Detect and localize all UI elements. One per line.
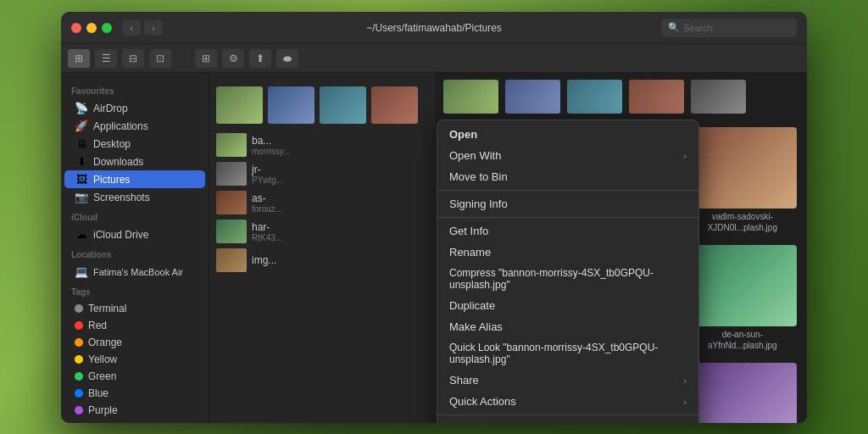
file-row-2[interactable]: jr- PYwtg...	[209, 159, 436, 188]
search-bar[interactable]: 🔍 Search	[661, 19, 797, 37]
menu-item-open[interactable]: Open	[437, 124, 698, 145]
forward-button[interactable]: ›	[144, 20, 163, 36]
file-row-3[interactable]: as- forouz...	[209, 188, 436, 217]
tag-dot-blue	[75, 389, 83, 398]
sidebar-item-macbook[interactable]: 💻 Fatima's MacBook Air	[64, 263, 205, 281]
view-grid-button[interactable]: ⊞	[68, 49, 90, 68]
tag-button[interactable]: ⬬	[276, 49, 298, 68]
top-thumb-4	[629, 80, 684, 114]
tag-dot-yellow	[75, 355, 83, 364]
tag-all-icon: ⬬	[75, 422, 88, 424]
toolbar-row2: ⊞ ☰ ⊟ ⊡ ⊞ ⚙ ⬆ ⬬	[61, 44, 807, 73]
sidebar-item-tag-all[interactable]: ⬬ All Tags...	[64, 419, 205, 423]
sidebar-item-tag-green-label: Green	[88, 370, 116, 382]
grid-item-9[interactable]: tomasz-smal-vT_lAuc...lash.jpg	[685, 359, 800, 423]
search-icon: 🔍	[668, 22, 680, 33]
menu-signing-info-label: Signing Info	[449, 198, 508, 210]
tag-dot-red	[75, 321, 83, 330]
sidebar-item-tag-red[interactable]: Red	[64, 317, 205, 334]
sidebar-item-tag-purple[interactable]: Purple	[64, 402, 205, 419]
sidebar-item-pictures[interactable]: 🖼 Pictures	[64, 170, 205, 188]
sidebar-item-tag-red-label: Red	[88, 320, 107, 331]
sidebar-item-airdrop[interactable]: 📡 AirDrop	[64, 99, 205, 117]
menu-open-with-label: Open With	[449, 149, 501, 162]
sidebar-item-tag-yellow[interactable]: Yellow	[64, 351, 205, 368]
sidebar-section-tags: Tags	[61, 281, 209, 300]
menu-item-signing-info[interactable]: Signing Info	[437, 193, 698, 214]
menu-quick-actions-label: Quick Actions	[449, 395, 516, 408]
sidebar-item-icloud-label: iCloud Drive	[93, 229, 148, 241]
sidebar-item-macbook-label: Fatima's MacBook Air	[93, 267, 183, 277]
sidebar-item-tag-purple-label: Purple	[88, 404, 118, 416]
menu-item-rename[interactable]: Rename	[437, 242, 698, 263]
menu-item-compress[interactable]: Compress "bannon-morrissy-4SX_tb0GPQU-un…	[437, 263, 698, 295]
pictures-icon: 🖼	[75, 173, 88, 186]
sidebar: Favourites 📡 AirDrop 🚀 Applications 🖥 De…	[61, 73, 209, 423]
sidebar-item-tag-green[interactable]: Green	[64, 368, 205, 385]
file-name-3: as-	[252, 192, 282, 204]
menu-item-share[interactable]: Share ›	[437, 370, 698, 391]
top-thumb-2	[505, 80, 560, 114]
top-thumb-3	[567, 80, 622, 114]
downloads-icon: ⬇	[75, 155, 88, 168]
top-thumb-5	[691, 80, 746, 114]
tag-dot-purple	[75, 406, 83, 415]
sidebar-item-airdrop-label: AirDrop	[93, 103, 128, 114]
top-thumb-1	[443, 80, 498, 114]
menu-item-get-info[interactable]: Get Info	[437, 220, 698, 242]
menu-get-info-label: Get Info	[449, 225, 488, 237]
file-name-5: img...	[252, 254, 276, 266]
tag-dot-terminal	[75, 304, 83, 313]
file-row-4[interactable]: har- RtK43...	[209, 217, 436, 246]
filename-3: vadim-sadovski-XJDN0l...plash.jpg	[688, 211, 797, 233]
sidebar-section-icloud: iCloud	[61, 206, 209, 225]
file-name-2: jr-	[252, 164, 283, 175]
file-subname-4: RtK43...	[252, 233, 282, 242]
menu-item-duplicate[interactable]: Duplicate	[437, 295, 698, 316]
menu-item-make-alias[interactable]: Make Alias	[437, 316, 698, 337]
window-title: ~/Users/fatimawahab/Pictures	[366, 22, 502, 34]
left-thumb-3	[320, 86, 366, 124]
share-button[interactable]: ⬆	[249, 49, 271, 68]
file-row-1[interactable]: ba... morrissy...	[209, 131, 436, 159]
finder-window: ‹ › ~/Users/fatimawahab/Pictures 🔍 Searc…	[61, 12, 807, 423]
left-thumb-4	[371, 86, 418, 124]
menu-move-to-bin-label: Move to Bin	[449, 170, 508, 183]
arrange-button[interactable]: ⊞	[195, 49, 217, 68]
sidebar-item-tag-terminal[interactable]: Terminal	[64, 300, 205, 317]
sidebar-item-screenshots[interactable]: 📷 Screenshots	[64, 188, 205, 206]
file-list-panel: ba... morrissy... jr- PYwtg... as- for	[209, 73, 437, 423]
menu-item-quick-actions[interactable]: Quick Actions ›	[437, 391, 698, 412]
sidebar-item-applications[interactable]: 🚀 Applications	[64, 117, 205, 135]
sidebar-item-tag-blue[interactable]: Blue	[64, 385, 205, 402]
macbook-icon: 💻	[75, 265, 88, 278]
tag-dot-green	[75, 372, 83, 381]
menu-item-copy[interactable]: Copy "bannon-morrissy-4SX_tb0GPQU-unspla…	[437, 418, 698, 423]
minimize-button[interactable]	[86, 23, 97, 33]
menu-duplicate-label: Duplicate	[449, 299, 495, 312]
menu-item-quick-look[interactable]: Quick Look "bannon-morrissy-4SX_tb0GPQU-…	[437, 337, 698, 370]
context-menu: Open Open With › Move to Bin Signing Inf…	[437, 120, 699, 423]
menu-item-open-with[interactable]: Open With ›	[437, 145, 698, 166]
sidebar-section-favourites: Favourites	[61, 80, 209, 99]
sidebar-item-desktop[interactable]: 🖥 Desktop	[64, 135, 205, 153]
sidebar-item-icloud-drive[interactable]: ☁ iCloud Drive	[64, 225, 205, 243]
grid-item-6[interactable]: de-an-sun-aYfnNd...plash.jpg	[685, 242, 800, 354]
menu-open-label: Open	[449, 128, 477, 141]
back-button[interactable]: ‹	[122, 20, 141, 36]
view-list-button[interactable]: ☰	[95, 49, 117, 68]
menu-item-move-to-bin[interactable]: Move to Bin	[437, 166, 698, 187]
maximize-button[interactable]	[102, 23, 112, 33]
sidebar-item-tag-blue-label: Blue	[88, 387, 108, 399]
sidebar-item-downloads[interactable]: ⬇ Downloads	[64, 153, 205, 170]
search-placeholder: Search	[683, 23, 713, 33]
menu-share-arrow: ›	[683, 376, 687, 386]
view-gallery-button[interactable]: ⊡	[149, 49, 171, 68]
tag-dot-orange	[75, 338, 83, 347]
file-row-5[interactable]: img...	[209, 246, 436, 275]
view-columns-button[interactable]: ⊟	[122, 49, 144, 68]
grid-item-3[interactable]: vadim-sadovski-XJDN0l...plash.jpg	[685, 124, 800, 236]
settings-button[interactable]: ⚙	[222, 49, 244, 68]
close-button[interactable]	[71, 23, 81, 33]
sidebar-item-tag-orange[interactable]: Orange	[64, 334, 205, 351]
